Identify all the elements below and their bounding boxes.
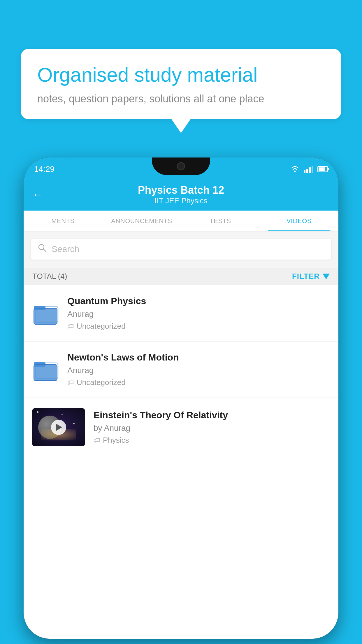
search-bar: Search: [24, 234, 338, 264]
search-input-wrapper[interactable]: Search: [31, 239, 331, 260]
video-thumbnail: [32, 408, 85, 446]
bubble-subtitle: notes, question papers, solutions all at…: [37, 93, 325, 105]
phone-notch: [152, 158, 210, 175]
video-info: Newton's Laws of Motion Anurag 🏷 Uncateg…: [67, 352, 330, 387]
svg-line-2: [43, 249, 46, 252]
app-header: ← Physics Batch 12 IIT JEE Physics: [24, 178, 338, 211]
tag-label: Physics: [103, 436, 129, 445]
tab-announcements[interactable]: ANNOUNCEMENTS: [102, 211, 181, 231]
video-title: Einstein's Theory Of Relativity: [94, 410, 330, 421]
search-placeholder-text: Search: [52, 244, 79, 254]
tag-label: Uncategorized: [77, 322, 126, 331]
tag-label: Uncategorized: [77, 378, 126, 387]
filter-bar: TOTAL (4) FILTER: [24, 268, 338, 285]
play-button[interactable]: [51, 420, 66, 435]
battery-icon: [317, 166, 328, 172]
tab-ments[interactable]: MENTS: [24, 211, 102, 231]
speech-bubble: Organised study material notes, question…: [21, 49, 341, 119]
video-author: Anurag: [67, 309, 330, 319]
svg-point-0: [294, 171, 296, 172]
video-tag: 🏷 Physics: [94, 436, 330, 445]
header-center: Physics Batch 12 IIT JEE Physics: [138, 184, 224, 205]
signal-icon: [304, 166, 313, 173]
status-time: 14:29: [34, 164, 55, 174]
back-button[interactable]: ←: [32, 188, 43, 201]
phone-screen: 14:29: [24, 158, 338, 639]
search-icon: [38, 243, 47, 255]
tab-videos[interactable]: VIDEOS: [260, 211, 338, 231]
total-count: TOTAL (4): [32, 272, 67, 281]
bubble-title: Organised study material: [37, 63, 325, 87]
phone-frame: 14:29: [24, 158, 338, 639]
tag-icon: 🏷: [67, 379, 74, 386]
video-title: Newton's Laws of Motion: [67, 352, 330, 363]
wifi-icon: [290, 166, 300, 173]
status-icons: [290, 166, 328, 173]
video-list: Quantum Physics Anurag 🏷 Uncategorized: [24, 285, 338, 639]
video-tag: 🏷 Uncategorized: [67, 378, 330, 387]
tag-icon: 🏷: [94, 437, 100, 444]
tag-icon: 🏷: [67, 323, 74, 330]
tab-bar: MENTS ANNOUNCEMENTS TESTS VIDEOS: [24, 211, 338, 232]
folder-icon: [32, 356, 59, 383]
video-author: by Anurag: [94, 424, 330, 433]
list-item[interactable]: Einstein's Theory Of Relativity by Anura…: [24, 398, 338, 457]
filter-label: FILTER: [292, 272, 320, 281]
header-title: Physics Batch 12: [138, 184, 224, 196]
video-tag: 🏷 Uncategorized: [67, 322, 330, 331]
play-triangle-icon: [56, 424, 62, 431]
video-author: Anurag: [67, 366, 330, 375]
video-info: Einstein's Theory Of Relativity by Anura…: [94, 410, 330, 445]
video-info: Quantum Physics Anurag 🏷 Uncategorized: [67, 296, 330, 331]
folder-icon: [32, 300, 59, 326]
list-item[interactable]: Quantum Physics Anurag 🏷 Uncategorized: [24, 285, 338, 342]
front-camera: [177, 162, 185, 170]
video-title: Quantum Physics: [67, 296, 330, 307]
list-item[interactable]: Newton's Laws of Motion Anurag 🏷 Uncateg…: [24, 342, 338, 398]
header-subtitle: IIT JEE Physics: [138, 196, 224, 205]
filter-icon: [323, 274, 330, 279]
tab-tests[interactable]: TESTS: [181, 211, 260, 231]
filter-button[interactable]: FILTER: [292, 272, 330, 281]
